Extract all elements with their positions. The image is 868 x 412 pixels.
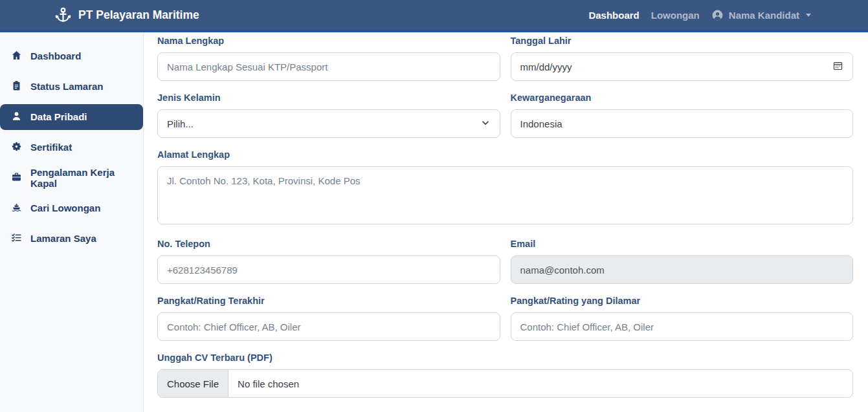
clipboard-icon <box>11 80 22 93</box>
brand-title: PT Pelayaran Maritime <box>78 8 199 22</box>
sidebar-item-label: Sertifikat <box>30 142 72 153</box>
pangkat-dilamar-input[interactable] <box>511 312 854 341</box>
ship-icon <box>11 202 22 215</box>
kewarganegaraan-input[interactable] <box>511 109 854 138</box>
sidebar-item-sertifikat[interactable]: Sertifikat <box>0 132 143 162</box>
pangkat-terakhir-input[interactable] <box>157 312 500 341</box>
cv-file-input[interactable]: Choose File No file chosen <box>157 369 853 398</box>
field-alamat-lengkap: Alamat Lengkap <box>157 149 853 227</box>
unggah-cv-label: Unggah CV Terbaru (PDF) <box>157 352 853 364</box>
person-icon <box>11 111 22 124</box>
pangkat-terakhir-label: Pangkat/Rating Terakhir <box>157 295 500 307</box>
field-no-telepon: No. Telepon <box>157 238 500 284</box>
sidebar-item-label: Dashboard <box>30 50 81 61</box>
field-email: Email <box>511 238 854 284</box>
sidebar-item-label: Status Lamaran <box>30 81 104 92</box>
field-jenis-kelamin: Jenis Kelamin Pilih... <box>157 92 500 138</box>
sidebar-item-label: Cari Lowongan <box>30 202 100 213</box>
brand-link[interactable]: PT Pelayaran Maritime <box>54 6 199 24</box>
main-content: Data Pribadi Nama Lengkap Tanggal Lahir … <box>144 0 868 409</box>
sidebar-item-dashboard[interactable]: Dashboard <box>0 41 143 71</box>
date-value: mm/dd/yyyy <box>520 61 572 72</box>
user-menu-dropdown[interactable]: Nama Kandidat <box>711 9 811 21</box>
field-pangkat-terakhir: Pangkat/Rating Terakhir <box>157 295 500 341</box>
sidebar-item-status-lamaran[interactable]: Status Lamaran <box>0 71 143 102</box>
gear-icon <box>11 141 22 154</box>
choose-file-button[interactable]: Choose File <box>158 370 228 397</box>
email-field <box>511 255 854 284</box>
person-circle-icon <box>711 9 724 21</box>
tanggal-lahir-label: Tanggal Lahir <box>511 35 854 47</box>
nav-lowongan[interactable]: Lowongan <box>651 10 700 21</box>
top-navbar: PT Pelayaran Maritime Dashboard Lowongan… <box>0 0 868 32</box>
briefcase-icon <box>11 171 22 184</box>
select-value: Pilih... <box>167 118 194 129</box>
sidebar-item-label: Lamaran Saya <box>30 233 96 244</box>
field-unggah-cv: Unggah CV Terbaru (PDF) Choose File No f… <box>157 352 853 398</box>
calendar-icon <box>832 60 843 73</box>
sidebar-item-label: Data Pribadi <box>30 111 87 122</box>
sidebar-item-lamaran-saya[interactable]: Lamaran Saya <box>0 223 143 254</box>
jenis-kelamin-select[interactable]: Pilih... <box>157 109 500 138</box>
anchor-icon <box>54 6 72 24</box>
chevron-down-icon <box>480 118 491 130</box>
pangkat-dilamar-label: Pangkat/Rating yang Dilamar <box>511 295 854 307</box>
field-pangkat-dilamar: Pangkat/Rating yang Dilamar <box>511 295 854 341</box>
tanggal-lahir-date-input[interactable]: mm/dd/yyyy <box>511 52 854 81</box>
file-status-text: No file chosen <box>228 370 308 397</box>
field-nama-lengkap: Nama Lengkap <box>157 35 500 81</box>
navbar-links: Dashboard Lowongan Nama Kandidat <box>588 9 811 21</box>
alamat-lengkap-textarea[interactable] <box>157 166 853 224</box>
nama-lengkap-input[interactable] <box>157 52 500 81</box>
alamat-lengkap-label: Alamat Lengkap <box>157 149 853 161</box>
no-telepon-input[interactable] <box>157 255 500 284</box>
sidebar-item-cari-lowongan[interactable]: Cari Lowongan <box>0 193 143 223</box>
sidebar-item-pengalaman-kerja-kapal[interactable]: Pengalaman Kerja Kapal <box>0 162 143 193</box>
nama-lengkap-label: Nama Lengkap <box>157 35 500 47</box>
no-telepon-label: No. Telepon <box>157 238 500 250</box>
jenis-kelamin-label: Jenis Kelamin <box>157 92 500 104</box>
list-check-icon <box>11 232 22 245</box>
nav-dashboard[interactable]: Dashboard <box>588 10 639 21</box>
email-label: Email <box>511 238 854 250</box>
chevron-down-icon <box>806 14 811 17</box>
kewarganegaraan-label: Kewarganegaraan <box>511 92 854 104</box>
field-tanggal-lahir: Tanggal Lahir mm/dd/yyyy <box>511 35 854 81</box>
home-icon <box>11 50 22 63</box>
data-pribadi-form: Nama Lengkap Tanggal Lahir mm/dd/yyyy <box>157 35 853 409</box>
field-kewarganegaraan: Kewarganegaraan <box>511 92 854 138</box>
sidebar-item-label: Pengalaman Kerja Kapal <box>30 167 132 189</box>
sidebar-item-data-pribadi[interactable]: Data Pribadi <box>0 104 143 130</box>
sidebar: Dashboard Status Lamaran Data Pribadi <box>0 32 144 412</box>
user-name: Nama Kandidat <box>729 10 799 21</box>
